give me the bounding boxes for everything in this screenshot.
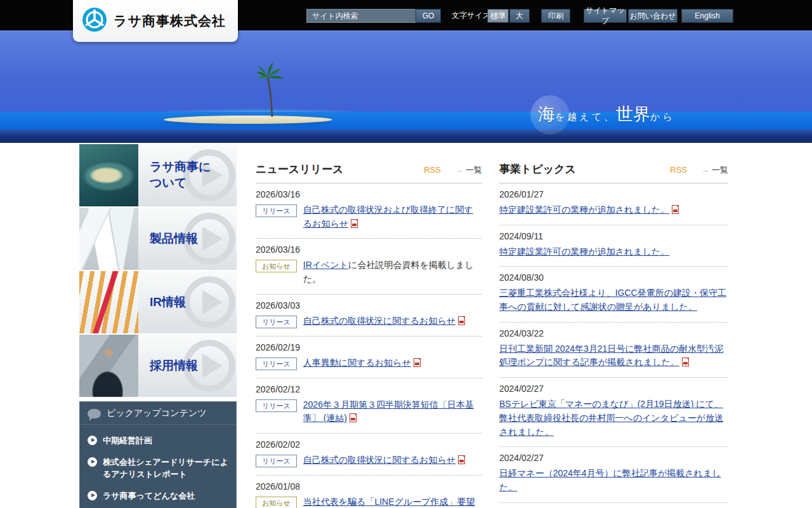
topics-item-link[interactable]: 日刊工業新聞 2024年3月21日号に弊社商品の耐水型汚泥処理ポンプに関する記事…: [499, 344, 723, 368]
news-item-date: 2026/01/08: [256, 481, 482, 491]
pickup-item-label: 中期経営計画: [103, 434, 152, 447]
news-item-date: 2026/03/16: [256, 189, 482, 199]
sidebar-nav-item[interactable]: 採用情報: [79, 335, 237, 397]
topics-list-link[interactable]: 一覧: [712, 164, 728, 176]
news-item-date: 2026/03/03: [256, 300, 482, 311]
print-button[interactable]: 印刷: [541, 9, 570, 23]
news-list-link[interactable]: 一覧: [466, 164, 482, 176]
arrow-icon: →: [701, 165, 709, 175]
pickup-item[interactable]: 株式会社シェアードリサーチによるアナリストレポート: [85, 451, 231, 485]
pickup-item[interactable]: ラサ商事ってどんな会社: [85, 485, 231, 507]
speech-bubble-icon: [88, 409, 101, 418]
topics-title: 事業トピックス: [499, 162, 670, 177]
news-item-link[interactable]: 当社代表を騙る「LINEグループ作成」要望メールに関する注意喚起のお知らせ: [303, 497, 475, 508]
catchphrase-connector-1: を越えて、: [555, 111, 616, 122]
font-size-standard-button[interactable]: 標準: [487, 9, 509, 23]
news-list: 2026/03/16 リリース 自己株式の取得状況および取得終了に関するお知らせ…: [256, 184, 482, 508]
news-item: 2026/03/16 お知らせ IRイベントに会社説明会資料を掲載しました。: [256, 239, 482, 294]
pdf-icon: [458, 316, 465, 325]
play-circle-icon: [88, 491, 97, 500]
topics-item: 2024/02/27 日経マネー（2024年4月号）に弊社記事が掲載されました。: [499, 447, 728, 502]
topics-item-link[interactable]: 日経マネー（2024年4月号）に弊社記事が掲載されました。: [499, 468, 721, 492]
news-item-date: 2026/02/12: [256, 384, 482, 394]
news-item: 2026/03/03 リリース 自己株式の取得状況に関するお知らせ: [256, 295, 482, 337]
topics-item-date: 2024/09/11: [499, 231, 728, 241]
hero-sky: [0, 31, 812, 112]
news-item-link[interactable]: 自己株式の取得状況に関するお知らせ: [303, 316, 455, 326]
news-category-badge: お知らせ: [256, 260, 297, 272]
news-item: 2026/01/08 お知らせ 当社代表を騙る「LINEグループ作成」要望メール…: [256, 476, 482, 508]
company-logo-icon: [82, 7, 107, 35]
news-release-column: ニュースリリース RSS → 一覧 2026/03/16 リリース 自己株式の取…: [256, 162, 482, 508]
news-category-badge: リリース: [256, 358, 297, 370]
news-item-link[interactable]: 自己株式の取得状況および取得終了に関するお知らせ: [303, 204, 473, 229]
pickup-contents-box: ピックアップコンテンツ 中期経営計画 株式会社シェアードリサーチによるアナリスト…: [79, 401, 237, 508]
hero-catchphrase: 海を越えて、世界から: [538, 103, 675, 126]
news-item-date: 2026/03/16: [256, 244, 482, 255]
topics-list: 2026/01/27 特定建設業許可の業種が追加されました。 2024/09/1…: [499, 184, 728, 508]
arrow-icon: →: [455, 165, 463, 175]
site-search: GO: [306, 9, 441, 23]
catchphrase-word-sea: 海: [538, 105, 555, 124]
news-item-date: 2026/02/19: [256, 342, 482, 352]
font-size-large-button[interactable]: 大: [509, 9, 530, 23]
news-item-link[interactable]: 人事異動に関するお知らせ: [303, 358, 411, 368]
hero-island: [164, 116, 332, 124]
hero-deep-sea: [0, 130, 812, 143]
pickup-item-label: ラサ商事ってどんな会社: [103, 490, 195, 502]
pickup-title: ピックアップコンテンツ: [107, 408, 207, 419]
topics-item-date: 2026/01/27: [499, 189, 728, 199]
news-item-link[interactable]: 自己株式の取得状況に関するお知らせ: [303, 455, 455, 465]
pdf-icon: [682, 358, 689, 366]
news-item: 2026/02/19 リリース 人事異動に関するお知らせ: [256, 337, 482, 378]
news-item-link[interactable]: IRイベント: [303, 260, 348, 270]
sidebar-nav-item[interactable]: ラサ商事に ついて: [79, 144, 237, 206]
topics-item-link[interactable]: 特定建設業許可の業種が追加されました。: [499, 204, 669, 215]
news-item: 2026/02/02 リリース 自己株式の取得状況に関するお知らせ: [256, 434, 482, 476]
pickup-item-label: 株式会社シェアードリサーチによるアナリストレポート: [103, 456, 228, 481]
pickup-header: ピックアップコンテンツ: [80, 402, 236, 425]
news-title: ニュースリリース: [256, 162, 424, 177]
topics-item-date: 2024/02/27: [499, 453, 728, 463]
pdf-icon: [351, 219, 358, 228]
sitemap-button[interactable]: サイトマップ: [584, 9, 627, 23]
nav-thumbnail-image: [79, 144, 138, 206]
news-category-badge: リリース: [256, 316, 297, 328]
search-input[interactable]: [306, 9, 416, 23]
business-topics-column: 事業トピックス RSS → 一覧 2026/01/27 特定建設業許可の業種が追…: [499, 162, 728, 508]
pdf-icon: [458, 455, 465, 464]
nav-thumbnail-image: [79, 208, 138, 270]
news-header: ニュースリリース RSS → 一覧: [256, 162, 482, 184]
sidebar-nav-item[interactable]: IR情報: [79, 271, 237, 333]
news-item-link[interactable]: 2026年３月期第３四半期決算短信〔日本基準〕 (連結): [303, 399, 474, 424]
font-size-label: 文字サイズ: [452, 10, 490, 21]
topics-rss-link[interactable]: RSS: [670, 165, 687, 175]
topics-item-link[interactable]: 特定建設業許可の業種が追加されました。: [499, 246, 669, 257]
play-circle-icon: [88, 436, 97, 445]
news-item: 2026/02/12 リリース 2026年３月期第３四半期決算短信〔日本基準〕 …: [256, 378, 482, 434]
catchphrase-word-world: 世界: [616, 105, 650, 124]
nav-item-label: 製品情報: [138, 208, 237, 270]
topics-item: 2024/08/30 三菱重工業株式会社様より、IGCC発電所の建設・保守工事へ…: [499, 267, 728, 322]
topics-item-link[interactable]: BSテレビ東京「マネーのまなび」(2月19日放送) にて、弊社代表取締役社長の井…: [499, 399, 723, 436]
pickup-item[interactable]: 中期経営計画: [85, 430, 231, 451]
search-go-button[interactable]: GO: [416, 9, 441, 23]
hero-banner: 海を越えて、世界から: [0, 30, 812, 143]
topics-item: 2023/10/18 日本下水道新聞 2023年9月20日号に弊社商品の多目的モ…: [499, 503, 728, 508]
news-category-badge: リリース: [256, 204, 297, 217]
sidebar-nav: ラサ商事に ついて 製品情報 IR情報 採用情報: [79, 144, 237, 398]
topics-item-link[interactable]: 三菱重工業株式会社様より、IGCC発電所の建設・保守工事への貢献に対して感謝状の…: [499, 288, 726, 312]
topics-item: 2024/02/27 BSテレビ東京「マネーのまなび」(2月19日放送) にて、…: [499, 378, 728, 447]
pdf-icon: [414, 358, 421, 367]
pdf-icon: [350, 413, 357, 422]
news-rss-link[interactable]: RSS: [424, 165, 441, 175]
palm-tree: [257, 61, 290, 121]
company-name: ラサ商事株式会社: [114, 12, 226, 30]
contact-button[interactable]: お問い合わせ: [628, 9, 678, 23]
sidebar-nav-item[interactable]: 製品情報: [79, 208, 237, 270]
site-logo[interactable]: ラサ商事株式会社: [73, 0, 238, 42]
news-category-badge: リリース: [256, 455, 297, 467]
topics-header: 事業トピックス RSS → 一覧: [499, 162, 728, 184]
play-circle-icon: [88, 457, 97, 467]
english-button[interactable]: English: [681, 9, 733, 23]
